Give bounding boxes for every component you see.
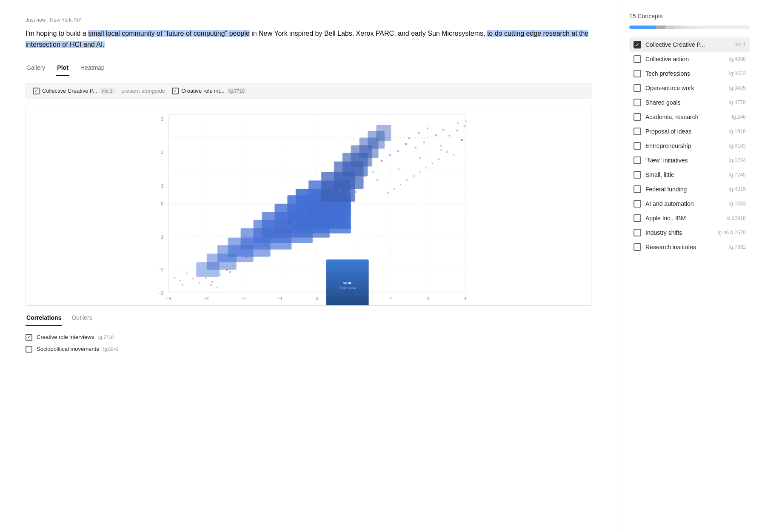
tab-plot[interactable]: Plot (56, 61, 69, 76)
concept-item-3[interactable]: Open-source worklg.3435 (629, 81, 750, 95)
concept-checkbox-13[interactable] (634, 229, 641, 236)
concept-name-10: Federal funding (645, 186, 725, 193)
concept-checkbox-8[interactable] (634, 156, 641, 164)
concept-item-9[interactable]: Small, littlelg.7245 (629, 168, 750, 182)
progress-seg4 (674, 26, 681, 29)
svg-text:×: × (277, 234, 279, 238)
concept-item-2[interactable]: Tech professionslg.3673 (629, 66, 750, 81)
corr-label-0: Creative role interviews (37, 334, 94, 340)
concept-item-11[interactable]: AI and automationlg.1033 (629, 196, 750, 211)
concept-name-5: Academia, research (645, 114, 728, 120)
concept-name-3: Open-source work (645, 85, 725, 91)
svg-rect-44 (196, 262, 220, 277)
svg-text:×: × (198, 281, 200, 285)
concept-id-9: lg.7245 (729, 172, 746, 178)
plot-svg: 3 2 1 0 −1 −2 −3 −4 −3 −2 −1 0 1 2 3 4 (26, 106, 591, 305)
svg-text:×: × (292, 216, 294, 221)
svg-text:×: × (179, 279, 181, 283)
tab-gallery[interactable]: Gallery (26, 61, 46, 76)
tab-outliers[interactable]: Outliers (71, 312, 93, 326)
concept-checkbox-11[interactable] (634, 200, 641, 208)
concept-item-7[interactable]: Entrepreneurshiplg.8182 (629, 139, 750, 153)
corr-checkbox-1[interactable] (26, 346, 32, 353)
tab-correlations[interactable]: Correlations (26, 312, 62, 326)
concept-name-2: Tech professions (645, 70, 725, 77)
concept-checkbox-7[interactable] (634, 142, 641, 150)
concept-checkbox-1[interactable] (634, 55, 641, 63)
svg-text:×: × (355, 190, 357, 194)
svg-text:DISNEY·PIXAR: DISNEY·PIXAR (339, 287, 357, 290)
svg-text:×: × (239, 259, 241, 264)
filter-right-badge: lg.7710 (227, 88, 247, 94)
concept-checkbox-6[interactable] (634, 128, 641, 135)
concept-id-2: lg.3673 (729, 71, 746, 77)
concept-name-1: Collective action (645, 56, 725, 63)
svg-text:×: × (419, 170, 421, 174)
filter-left-chip[interactable]: ✓ Collective Creative P... me.1 (33, 88, 114, 94)
concept-item-1[interactable]: Collective actionlg.4990 (629, 52, 750, 66)
concept-item-5[interactable]: Academia, researchlg.246 (629, 110, 750, 124)
svg-text:×: × (397, 148, 399, 153)
concept-id-3: lg.3435 (729, 85, 746, 91)
concept-item-0[interactable]: ✓Collective Creative P...me.1 (629, 37, 750, 52)
svg-text:×: × (232, 264, 234, 268)
left-panel: Just now · New York, NY I'm hoping to bu… (0, 0, 617, 532)
concept-checkbox-12[interactable] (634, 214, 641, 222)
concept-checkbox-5[interactable] (634, 113, 641, 121)
svg-text:−1: −1 (158, 234, 163, 239)
concept-item-12[interactable]: Apple Inc., IBMxl.10918 (629, 211, 750, 225)
svg-text:1: 1 (161, 183, 163, 188)
concept-name-8: "New" initiatives (645, 157, 725, 164)
correlation-row-1[interactable]: Sociopolitical movements lg.6941 (26, 343, 591, 355)
concept-checkbox-4[interactable] (634, 99, 641, 106)
filter-left-checkbox[interactable]: ✓ (33, 88, 40, 94)
svg-text:×: × (294, 221, 296, 225)
view-tabs: Gallery Plot Heatmap (26, 61, 591, 76)
concept-checkbox-2[interactable] (634, 70, 641, 77)
concept-item-4[interactable]: Shared goalslg.4778 (629, 95, 750, 110)
concept-item-10[interactable]: Federal fundinglg.4315 (629, 182, 750, 196)
concept-item-14[interactable]: Research instituteslg.7892 (629, 240, 750, 254)
svg-text:×: × (220, 272, 222, 276)
scatter-plot[interactable]: 3 2 1 0 −1 −2 −3 −4 −3 −2 −1 0 1 2 3 4 (26, 106, 591, 306)
svg-text:×: × (423, 139, 425, 144)
concept-checkbox-3[interactable] (634, 84, 641, 92)
concept-checkbox-0[interactable]: ✓ (634, 41, 641, 48)
concept-id-10: lg.4315 (729, 186, 746, 192)
filter-left-badge: me.1 (100, 88, 114, 94)
svg-text:2: 2 (161, 149, 163, 154)
svg-text:×: × (264, 242, 266, 247)
svg-text:4: 4 (464, 296, 466, 301)
progress-rest (705, 26, 750, 29)
concept-checkbox-9[interactable] (634, 171, 641, 179)
filter-left-label: Collective Creative P... (42, 88, 97, 94)
corr-badge-0: lg.7710 (98, 335, 114, 340)
svg-text:×: × (338, 189, 340, 193)
filter-right-chip[interactable]: ✓ Creative role int... lg.7710 (172, 88, 247, 94)
concept-checkbox-14[interactable] (634, 243, 641, 251)
concept-item-13[interactable]: Industry shiftslg-v6.0.2670 (629, 225, 750, 240)
svg-text:×: × (258, 247, 260, 251)
svg-text:×: × (288, 225, 290, 229)
svg-text:3: 3 (161, 117, 163, 122)
svg-text:−4: −4 (166, 296, 171, 301)
concept-item-6[interactable]: Proposal of ideaslg.1918 (629, 124, 750, 139)
svg-text:×: × (226, 268, 228, 272)
svg-text:×: × (414, 145, 417, 149)
concept-item-8[interactable]: "New" initiativeslg.1234 (629, 153, 750, 168)
svg-text:×: × (387, 191, 389, 195)
filter-right-checkbox[interactable]: ✓ (172, 88, 179, 94)
concept-id-8: lg.1234 (729, 157, 746, 163)
svg-text:×: × (461, 137, 463, 142)
concepts-list: ✓Collective Creative P...me.1Collective … (629, 37, 750, 254)
svg-text:×: × (210, 283, 212, 287)
tab-heatmap[interactable]: Heatmap (80, 61, 106, 76)
filter-separator: present alongside (121, 88, 165, 94)
concept-id-13: lg-v6.0.2670 (718, 230, 746, 236)
corr-checkbox-0[interactable]: ✓ (26, 334, 32, 341)
concept-checkbox-10[interactable] (634, 185, 641, 193)
concept-name-14: Research institutes (645, 244, 725, 250)
progress-seg3 (665, 26, 674, 29)
svg-text:×: × (453, 153, 455, 157)
correlation-row-0[interactable]: ✓ Creative role interviews lg.7710 (26, 331, 591, 343)
